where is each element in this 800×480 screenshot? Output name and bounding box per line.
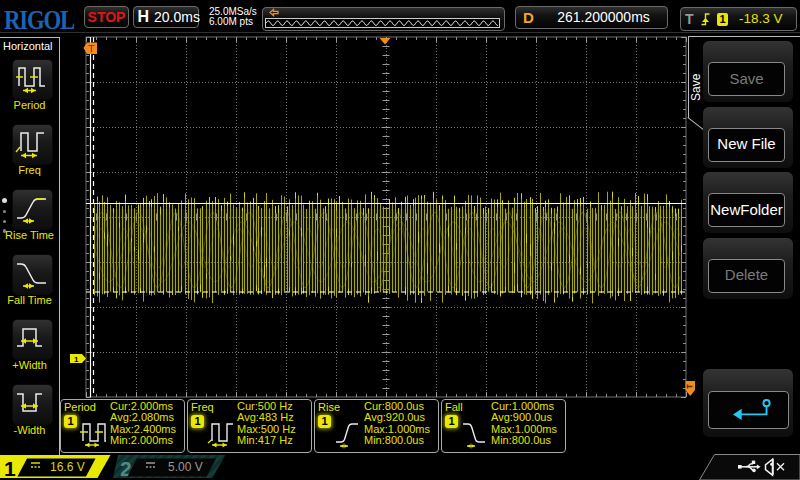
svg-text:1: 1	[74, 355, 79, 364]
svg-text:2: 2	[120, 457, 132, 480]
svg-text:16.6 V: 16.6 V	[50, 460, 85, 474]
svg-text:5.00 V: 5.00 V	[168, 460, 203, 474]
svg-text:1: 1	[4, 457, 16, 480]
